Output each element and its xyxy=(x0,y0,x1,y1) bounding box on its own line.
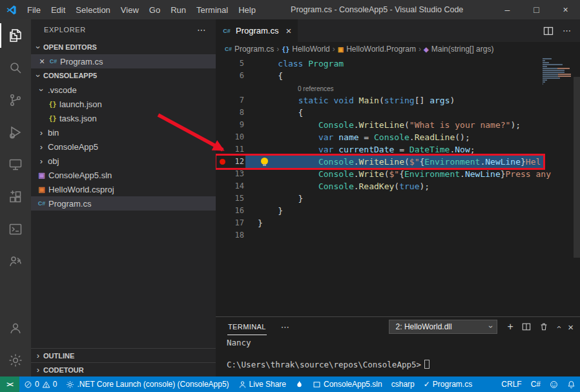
explorer-item-consoleapp5-sln[interactable]: ▣ConsoleApp5.sln xyxy=(31,168,216,182)
code-editor[interactable]: 5 class Program6 {0 references7 static v… xyxy=(216,56,580,316)
code-line-12[interactable]: 12 Console.WriteLine($"{Environment.NewL… xyxy=(216,156,580,168)
code-line-16[interactable]: 16 } xyxy=(216,205,580,217)
run-debug-icon[interactable] xyxy=(0,116,31,149)
notifications-bell-icon[interactable] xyxy=(563,377,580,392)
explorer-item-program-cs[interactable]: C#Program.cs xyxy=(31,196,216,211)
menu-file[interactable]: File xyxy=(22,5,46,15)
source-control-icon[interactable] xyxy=(0,84,31,116)
extensions-icon[interactable] xyxy=(0,181,31,213)
code-lens-references[interactable]: 0 references xyxy=(298,85,334,92)
menu-view[interactable]: View xyxy=(116,5,144,15)
close-editor-icon[interactable]: × xyxy=(36,56,48,67)
close-window-button[interactable]: × xyxy=(551,0,580,19)
close-panel-icon[interactable]: × xyxy=(568,322,574,333)
check-icon: ✓ xyxy=(424,380,430,389)
minimap-line xyxy=(543,83,543,85)
explorer-item-tasks-json[interactable]: {}tasks.json xyxy=(31,111,216,125)
language-item-status[interactable]: csharp xyxy=(387,377,419,392)
explorer-item-obj[interactable]: ›obj xyxy=(31,154,216,168)
breadcrumb-method[interactable]: ◈ Main(string[] args) xyxy=(424,45,493,54)
explorer-item-consoleapp5[interactable]: ›ConsoleApp5 xyxy=(31,139,216,154)
menu-selection[interactable]: Selection xyxy=(70,5,115,15)
minimap[interactable] xyxy=(543,58,574,87)
open-editor-program-cs[interactable]: × C# Program.cs xyxy=(31,54,216,68)
code-line-11[interactable]: 11 var currentDate = DateTime.Now; xyxy=(216,143,580,156)
maximize-panel-icon[interactable]: › xyxy=(554,325,563,328)
editor-scrollbar[interactable] xyxy=(574,77,580,258)
code-text: static void Main(string[] args) xyxy=(258,96,455,105)
code-line-6[interactable]: 6 { xyxy=(216,70,580,82)
code-line-18[interactable]: 18 xyxy=(216,229,580,242)
remote-indicator[interactable]: >< xyxy=(0,377,19,392)
line-number: 9 xyxy=(216,119,244,131)
menu-go[interactable]: Go xyxy=(144,5,165,15)
menu-help[interactable]: Help xyxy=(233,5,261,15)
terminal-more-actions-icon[interactable]: ⋯ xyxy=(281,322,290,332)
language-mode-label: C# xyxy=(531,380,541,389)
code-line-14[interactable]: 14 Console.ReadKey(true); xyxy=(216,180,580,192)
account-icon[interactable] xyxy=(0,312,31,344)
lightbulb-icon[interactable] xyxy=(261,158,268,165)
explorer-item-launch-json[interactable]: {}launch.json xyxy=(31,97,216,111)
search-icon[interactable] xyxy=(0,52,31,84)
solution-status[interactable]: ConsoleApp5.sln xyxy=(308,377,387,392)
debug-config-status[interactable]: .NET Core Launch (console) (ConsoleApp5) xyxy=(61,377,233,392)
split-terminal-icon[interactable] xyxy=(522,322,531,331)
breadcrumb-class-label: HelloWorld.Program xyxy=(346,45,416,54)
code-line-17[interactable]: 17} xyxy=(216,217,580,229)
open-editors-section-header[interactable]: › OPEN EDITORS xyxy=(31,40,216,54)
new-terminal-icon[interactable]: + xyxy=(508,321,513,333)
codetour-section-header[interactable]: › CODETOUR xyxy=(31,362,216,377)
code-line-15[interactable]: 15 } xyxy=(216,192,580,205)
remote-explorer-icon[interactable] xyxy=(0,149,31,181)
breadcrumb-namespace[interactable]: {} HelloWorld xyxy=(282,45,330,54)
breadcrumb: C# Program.cs › {} HelloWorld › ▣ HelloW… xyxy=(216,42,580,56)
terminal-icon[interactable] xyxy=(0,213,31,245)
code-line-9[interactable]: 9 Console.WriteLine("What is your name?"… xyxy=(216,119,580,131)
explorer-item--vscode[interactable]: ›.vscode xyxy=(31,83,216,97)
live-share-icon[interactable] xyxy=(0,245,31,278)
omnisharp-flame-status[interactable] xyxy=(291,377,308,392)
sidebar-title: EXPLORER ⋯ xyxy=(31,19,216,40)
kill-terminal-trash-icon[interactable] xyxy=(539,322,548,331)
editor-more-actions-icon[interactable]: ⋯ xyxy=(563,26,571,36)
explorer-item-bin[interactable]: ›bin xyxy=(31,125,216,139)
code-line-5[interactable]: 5 class Program xyxy=(216,57,580,70)
terminal-tab[interactable]: TERMINAL xyxy=(227,318,267,335)
code-lens-row[interactable]: 0 references xyxy=(216,82,580,94)
minimize-button[interactable]: – xyxy=(493,0,522,19)
split-editor-icon[interactable] xyxy=(543,26,554,36)
terminal-process-select[interactable]: 2: HelloWorld.dll › xyxy=(389,320,497,334)
menu-terminal[interactable]: Terminal xyxy=(191,5,233,15)
sidebar-more-actions-icon[interactable]: ⋯ xyxy=(197,25,207,35)
code-line-8[interactable]: 8 { xyxy=(216,107,580,119)
language-mode-indicator[interactable]: C# xyxy=(526,377,545,392)
chevron-right-icon: › xyxy=(36,128,47,138)
namespace-icon: {} xyxy=(282,46,289,53)
code-line-7[interactable]: 7 static void Main(string[] args) xyxy=(216,94,580,107)
menu-run[interactable]: Run xyxy=(165,5,191,15)
code-line-10[interactable]: 10 var name = Console.ReadLine(); xyxy=(216,131,580,143)
eol-indicator[interactable]: CRLF xyxy=(497,377,526,392)
file-check-status[interactable]: ✓ Program.cs xyxy=(419,377,477,392)
tab-program-cs[interactable]: C# Program.cs × xyxy=(216,19,298,42)
breadcrumb-class[interactable]: ▣ HelloWorld.Program xyxy=(338,45,416,54)
open-editor-label: Program.cs xyxy=(59,57,103,67)
live-share-status[interactable]: Live Share xyxy=(234,377,291,392)
breadcrumb-file[interactable]: C# Program.cs xyxy=(225,45,274,54)
codetour-label: CODETOUR xyxy=(43,366,84,374)
editor-group: C# Program.cs × ⋯ C# Program.cs › {} Hel… xyxy=(216,19,580,377)
terminal-output[interactable]: Nancy C:\Users\thrak\source\repos\Consol… xyxy=(216,336,580,377)
explorer-item-helloworld-csproj[interactable]: ▣HelloWorld.csproj xyxy=(31,182,216,196)
workspace-section-header[interactable]: › CONSOLEAPP5 xyxy=(31,68,216,83)
outline-section-header[interactable]: › OUTLINE xyxy=(31,348,216,362)
settings-gear-icon[interactable] xyxy=(0,344,31,377)
code-text: var name = Console.ReadLine(); xyxy=(258,132,470,142)
problems-status[interactable]: 0 0 xyxy=(19,377,61,392)
feedback-smiley-icon[interactable] xyxy=(545,377,563,392)
explorer-icon[interactable] xyxy=(0,19,31,52)
close-tab-icon[interactable]: × xyxy=(285,25,291,36)
maximize-button[interactable]: □ xyxy=(522,0,551,19)
code-line-13[interactable]: 13 Console.Write($"{Environment.NewLine}… xyxy=(216,168,580,180)
menu-edit[interactable]: Edit xyxy=(46,5,70,15)
